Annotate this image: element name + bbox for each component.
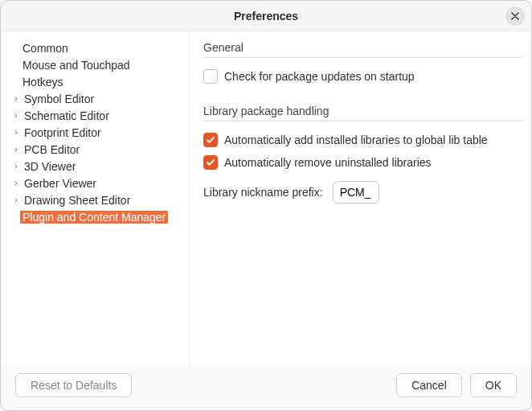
check-updates-checkbox[interactable] — [203, 69, 218, 84]
check-updates-label: Check for package updates on startup — [224, 70, 415, 83]
close-icon — [511, 12, 519, 20]
auto-remove-label: Automatically remove uninstalled librari… — [224, 156, 432, 169]
prefix-row: Library nickname prefix: — [203, 181, 523, 203]
check-updates-row[interactable]: Check for package updates on startup — [203, 69, 523, 84]
section-general: General Check for package updates on sta… — [203, 41, 523, 84]
sidebar-item-label: 3D Viewer — [22, 160, 78, 173]
section-library: Library package handling Automatically a… — [203, 105, 523, 203]
sidebar-item-label: Hotkeys — [20, 76, 66, 88]
preferences-window: Preferences CommonMouse and TouchpadHotk… — [0, 0, 532, 411]
section-title-general: General — [203, 41, 523, 54]
footer: Reset to Defaults Cancel OK — [1, 365, 531, 410]
section-title-library: Library package handling — [203, 105, 523, 117]
sidebar-item[interactable]: ›Drawing Sheet Editor — [7, 191, 185, 208]
sidebar-item-label: Symbol Editor — [22, 92, 96, 105]
chevron-right-icon[interactable]: › — [10, 162, 22, 171]
sidebar-item[interactable]: ›Schematic Editor — [7, 107, 185, 124]
sidebar-item[interactable]: Common — [7, 39, 185, 56]
sidebar-item-label: Plugin and Content Manager — [20, 211, 168, 224]
reset-defaults-button[interactable]: Reset to Defaults — [15, 373, 132, 397]
divider — [203, 121, 523, 121]
sidebar-item-label: Mouse and Touchpad — [20, 59, 133, 72]
sidebar-item[interactable]: ›Symbol Editor — [7, 90, 185, 107]
sidebar-item-label: Common — [20, 42, 71, 55]
window-title: Preferences — [234, 10, 298, 23]
sidebar-item-label: PCB Editor — [22, 143, 82, 156]
sidebar-item-label: Schematic Editor — [22, 109, 112, 122]
divider — [203, 57, 523, 58]
auto-remove-checkbox[interactable] — [203, 155, 218, 170]
auto-add-row[interactable]: Automatically add installed libraries to… — [203, 133, 523, 147]
sidebar-item[interactable]: ›PCB Editor — [7, 141, 185, 158]
prefix-label: Library nickname prefix: — [203, 186, 323, 199]
chevron-right-icon[interactable]: › — [10, 94, 22, 103]
chevron-right-icon[interactable]: › — [10, 111, 22, 120]
sidebar: CommonMouse and TouchpadHotkeys›Symbol E… — [1, 31, 190, 365]
close-button[interactable] — [505, 6, 525, 26]
sidebar-item[interactable]: ›3D Viewer — [7, 158, 185, 175]
sidebar-item[interactable]: Hotkeys — [7, 73, 185, 90]
settings-panel: General Check for package updates on sta… — [190, 31, 531, 365]
sidebar-item[interactable]: ›Footprint Editor — [7, 124, 185, 141]
content-area: CommonMouse and TouchpadHotkeys›Symbol E… — [1, 31, 531, 365]
titlebar: Preferences — [1, 1, 531, 31]
sidebar-item-label: Footprint Editor — [22, 126, 104, 139]
chevron-right-icon[interactable]: › — [10, 128, 22, 137]
auto-remove-row[interactable]: Automatically remove uninstalled librari… — [203, 155, 523, 170]
chevron-right-icon[interactable]: › — [10, 179, 22, 187]
sidebar-item[interactable]: ›Gerber Viewer — [7, 175, 185, 191]
sidebar-item[interactable]: Mouse and Touchpad — [7, 56, 185, 73]
cancel-button[interactable]: Cancel — [396, 373, 462, 397]
auto-add-label: Automatically add installed libraries to… — [224, 134, 488, 146]
prefix-input[interactable] — [333, 181, 379, 203]
sidebar-item-label: Drawing Sheet Editor — [22, 194, 133, 207]
chevron-right-icon[interactable]: › — [10, 145, 22, 154]
ok-button[interactable]: OK — [470, 373, 517, 397]
chevron-right-icon[interactable]: › — [10, 195, 22, 204]
auto-add-checkbox[interactable] — [203, 133, 218, 147]
sidebar-item-label: Gerber Viewer — [22, 177, 99, 190]
sidebar-item[interactable]: Plugin and Content Manager — [7, 208, 185, 225]
